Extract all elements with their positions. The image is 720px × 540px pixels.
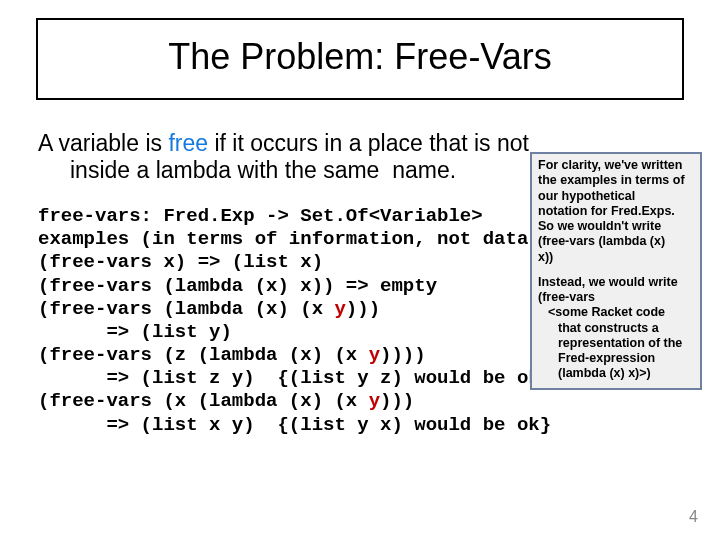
- intro-line2b: name.: [392, 157, 456, 183]
- code-l3: (free-vars x) => (list x): [38, 251, 323, 273]
- slide-title: The Problem: Free-Vars: [168, 36, 551, 77]
- note-p2d: that constructs a: [538, 321, 694, 336]
- title-box: The Problem: Free-Vars: [36, 18, 684, 100]
- note-p1e: So we wouldn't write: [538, 219, 694, 234]
- free-word: free: [168, 130, 208, 156]
- note-p1g: x)): [538, 250, 694, 265]
- intro-pre: A variable is: [38, 130, 168, 156]
- code-l10: => (list x y) {(list y x) would be ok}: [38, 414, 551, 436]
- note-p1d: notation for Fred.Exps.: [538, 204, 694, 219]
- code-l8: => (list z y) {(list y z) would be ok}: [38, 367, 551, 389]
- code-l9b: ))): [380, 390, 414, 412]
- code-l2: examples (in terms of information, not d…: [38, 228, 551, 250]
- code-l6: => (list y): [38, 321, 232, 343]
- code-l5b: ))): [346, 298, 380, 320]
- code-l9y: y: [369, 390, 380, 412]
- code-l4: (free-vars (lambda (x) x)) => empty: [38, 275, 437, 297]
- note-p1c: our hypothetical: [538, 189, 694, 204]
- note-p1a: For clarity, we've written: [538, 158, 694, 173]
- note-p1b: the examples in terms of: [538, 173, 694, 188]
- code-l1: free-vars: Fred.Exp -> Set.Of<Variable>: [38, 205, 483, 227]
- note-p2c: <some Racket code: [538, 305, 694, 320]
- page-number: 4: [689, 508, 698, 526]
- code-l5a: (free-vars (lambda (x) (x: [38, 298, 334, 320]
- code-l7b: )))): [380, 344, 426, 366]
- code-l7y: y: [369, 344, 380, 366]
- note-p2f: Fred-expression: [538, 351, 694, 366]
- note-p2a: Instead, we would write: [538, 275, 694, 290]
- code-l9a: (free-vars (x (lambda (x) (x: [38, 390, 369, 412]
- note-gap: [538, 265, 694, 275]
- code-l5y: y: [334, 298, 345, 320]
- intro-line2a: inside a lambda with the same: [70, 157, 379, 183]
- note-p1f: (free-vars (lambda (x): [538, 234, 694, 249]
- note-p2g: (lambda (x) x)>): [538, 366, 694, 381]
- side-note: For clarity, we've written the examples …: [530, 152, 702, 390]
- intro-post: if it occurs in a place that is not: [208, 130, 529, 156]
- slide: The Problem: Free-Vars A variable is fre…: [0, 0, 720, 540]
- note-p2b: (free-vars: [538, 290, 694, 305]
- code-block: free-vars: Fred.Exp -> Set.Of<Variable> …: [38, 205, 551, 437]
- note-p2e: representation of the: [538, 336, 694, 351]
- code-l7a: (free-vars (z (lambda (x) (x: [38, 344, 369, 366]
